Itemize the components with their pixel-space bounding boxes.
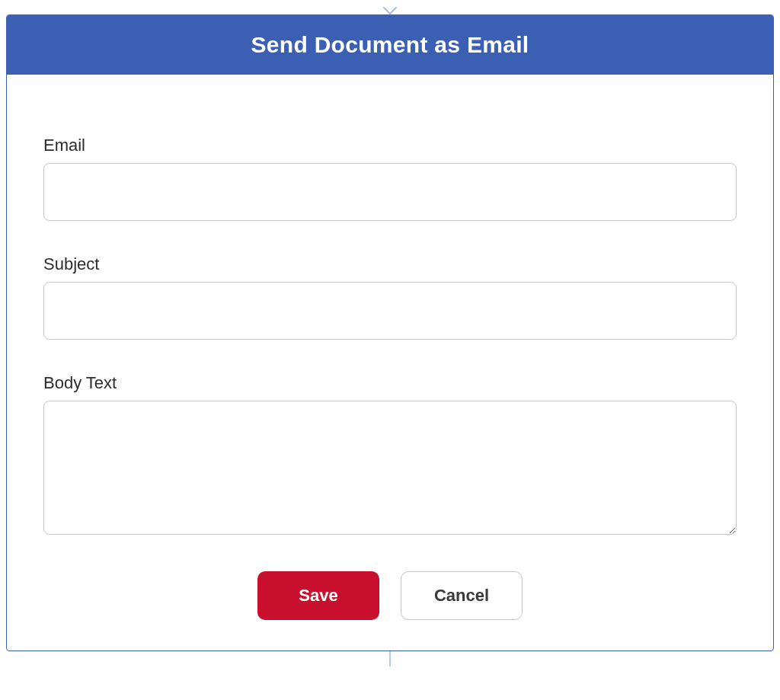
connector-line-bottom: [389, 651, 391, 666]
subject-label: Subject: [43, 254, 737, 274]
modal-title: Send Document as Email: [19, 32, 761, 58]
body-form-group: Body Text: [43, 373, 737, 538]
body-text-textarea[interactable]: [43, 401, 737, 535]
subject-input[interactable]: [43, 282, 737, 340]
email-form-group: Email: [43, 136, 737, 221]
modal-header: Send Document as Email: [7, 15, 773, 75]
modal-body: Email Subject Body Text Save Cancel: [7, 75, 773, 650]
email-label: Email: [43, 136, 737, 155]
subject-form-group: Subject: [43, 254, 737, 340]
email-input[interactable]: [43, 163, 737, 221]
button-row: Save Cancel: [43, 571, 737, 620]
save-button[interactable]: Save: [257, 571, 379, 620]
cancel-button[interactable]: Cancel: [401, 571, 523, 620]
body-text-label: Body Text: [43, 373, 737, 393]
send-document-email-modal: Send Document as Email Email Subject Bod…: [6, 14, 774, 651]
